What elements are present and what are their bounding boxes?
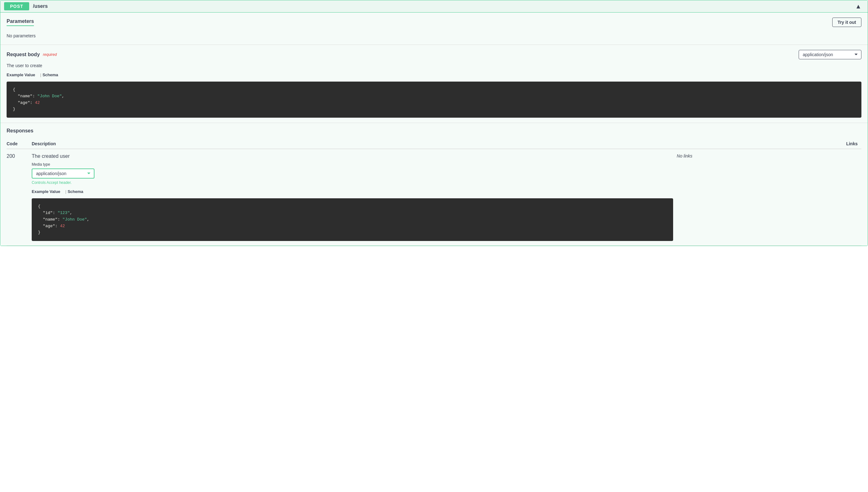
request-body-header: Request body required application/json a… bbox=[7, 50, 861, 59]
media-type-label: Media type bbox=[32, 162, 673, 167]
tab-response-example-value[interactable]: Example Value bbox=[32, 188, 64, 195]
controls-accept-text: Controls Accept header. bbox=[32, 180, 673, 185]
endpoint-container: POST /users ▲ Parameters Try it out No p… bbox=[0, 0, 868, 246]
response-code: 200 bbox=[7, 149, 32, 246]
endpoint-body: Parameters Try it out No parameters Requ… bbox=[0, 13, 868, 246]
tab-schema[interactable]: Schema bbox=[42, 71, 62, 78]
responses-table: Code Description Links 200 The created u… bbox=[7, 139, 861, 246]
col-links: Links bbox=[677, 139, 861, 149]
parameters-title: Parameters bbox=[7, 19, 34, 26]
response-description-cell: The created user Media type application/… bbox=[32, 149, 677, 246]
request-body-code: { "name": "John Doe", "age": 42 } bbox=[7, 81, 861, 118]
responses-table-header-row: Code Description Links bbox=[7, 139, 861, 149]
required-badge: required bbox=[43, 52, 57, 57]
request-body-title: Request body bbox=[7, 52, 40, 57]
col-code: Code bbox=[7, 139, 32, 149]
col-description: Description bbox=[32, 139, 677, 149]
try-it-out-button[interactable]: Try it out bbox=[832, 18, 861, 27]
response-body-tabs: Example Value | Schema bbox=[32, 188, 673, 195]
request-body-tabs: Example Value | Schema bbox=[7, 71, 861, 78]
parameters-section: Parameters Try it out No parameters bbox=[0, 13, 868, 45]
request-body-description: The user to create bbox=[7, 63, 861, 68]
endpoint-header[interactable]: POST /users ▲ bbox=[0, 0, 868, 13]
collapse-icon[interactable]: ▲ bbox=[852, 3, 864, 10]
method-badge: POST bbox=[4, 2, 29, 10]
response-links-cell: No links bbox=[677, 149, 861, 246]
content-type-select[interactable]: application/json application/xml text/pl… bbox=[799, 50, 861, 59]
no-parameters-text: No parameters bbox=[7, 29, 861, 40]
tab-divider: | bbox=[39, 71, 42, 78]
parameters-header: Parameters Try it out bbox=[7, 18, 861, 27]
tab-response-divider: | bbox=[64, 188, 68, 195]
tab-example-value[interactable]: Example Value bbox=[7, 71, 39, 78]
responses-title: Responses bbox=[7, 128, 861, 134]
table-row: 200 The created user Media type applicat… bbox=[7, 149, 861, 246]
endpoint-path: /users bbox=[33, 3, 852, 9]
request-body-label: Request body required bbox=[7, 52, 57, 57]
request-body-section: Request body required application/json a… bbox=[0, 45, 868, 123]
response-body-code: { "id": "123", "name": "John Doe", "age"… bbox=[32, 198, 673, 241]
responses-section: Responses Code Description Links 200 bbox=[0, 123, 868, 246]
tab-response-schema[interactable]: Schema bbox=[68, 188, 87, 195]
media-type-select-response[interactable]: application/json application/xml text/pl… bbox=[32, 169, 95, 178]
